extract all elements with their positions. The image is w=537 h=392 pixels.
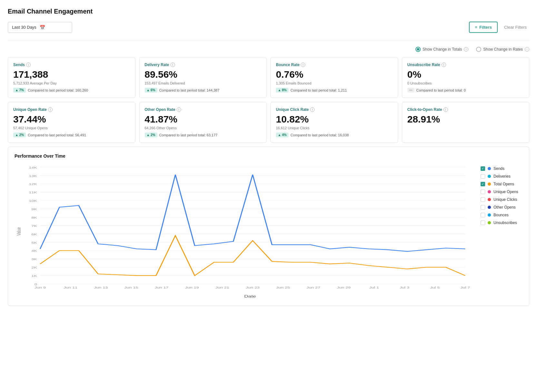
metric-subtitle-bounce_rate: 1,305 Emails Bounced [276,81,393,85]
metric-label-unique_click_rate: Unique Click Rate [276,107,309,112]
legend-checkbox-deliveries[interactable] [481,174,485,179]
svg-text:12K: 12K [29,182,37,186]
legend-checkbox-sends[interactable]: ✓ [481,166,485,171]
legend-item-bounces: Bounces [481,213,522,217]
svg-text:Jun 19: Jun 19 [185,286,199,289]
metric-title-sends: Sendsi [13,63,130,67]
metric-info-icon-unique_open_rate[interactable]: i [48,107,53,112]
performance-chart: 01K2K3K4K5K6K7K8K9K10K11K12K13K14K Jun 9… [15,164,475,299]
metric-card-other_open_rate: Other Open Ratei41.87%64,266 Other Opens… [139,102,267,143]
metric-value-unique_open_rate: 37.44% [13,114,130,125]
metric-subtitle-unique_click_rate: 16,612 Unique Clicks [276,126,393,130]
legend-item-unique_opens: Unique Opens [481,190,522,194]
metric-info-icon-delivery_rate[interactable]: i [171,63,175,67]
metric-title-unique_click_rate: Unique Click Ratei [276,107,393,112]
filter-icon: ≡ [475,25,477,30]
metric-value-unsubscribe_rate: 0% [407,69,524,80]
filters-button[interactable]: ≡ Filters [469,22,498,33]
metric-label-unique_open_rate: Unique Open Rate [13,107,47,112]
chart-section: Performance Over Time 01K2K3K4K5K6K7K8K9… [8,147,529,306]
legend-checkbox-unique_opens[interactable] [481,190,485,194]
legend-checkbox-bounces[interactable] [481,213,485,217]
toolbar-right: ≡ Filters Clear Filters [469,22,529,33]
legend-label-sends: Sends [493,166,504,171]
metrics-row-1: Sendsi171,3885,712,933 Average Per Day▲ … [8,57,529,98]
svg-text:Jun 15: Jun 15 [124,286,138,289]
legend-label-unique_clicks: Unique Clicks [493,197,517,202]
metric-change-other_open_rate: ▲ 2%Compared to last period total: 63,17… [145,132,261,137]
metric-subtitle-other_open_rate: 64,266 Other Opens [145,126,261,130]
rates-radio[interactable] [476,47,481,52]
svg-text:11K: 11K [29,191,37,194]
svg-text:Jun 17: Jun 17 [155,286,169,289]
metric-badge-unique_click_rate: ▲ 4% [276,132,288,137]
svg-text:Jun 29: Jun 29 [337,286,351,289]
svg-text:5K: 5K [31,241,37,244]
clear-filters-button[interactable]: Clear Filters [502,22,529,32]
show-change-rates-option[interactable]: Show Change in Rates i [476,47,529,52]
legend-checkbox-unsubscribes[interactable] [481,220,485,225]
metric-badge-sends: ▲ 7% [13,88,26,93]
legend-dot-total_opens [488,182,491,186]
metric-info-icon-bounce_rate[interactable]: i [301,63,305,67]
metric-change-delivery_rate: ▲ 6%Compared to last period total: 144,3… [145,88,261,93]
svg-text:Jul 3: Jul 3 [400,286,409,289]
metric-info-icon-unsubscribe_rate[interactable]: i [442,63,446,67]
legend-checkbox-other_opens[interactable] [481,205,485,210]
metric-change-unique_click_rate: ▲ 4%Compared to last period total: 16,03… [276,132,393,137]
date-filter-label: Last 30 Days [12,25,36,30]
metric-subtitle-delivery_rate: 153,497 Emails Delivered [145,81,261,85]
legend-checkbox-total_opens[interactable]: ✓ [481,182,485,186]
chart-area: 01K2K3K4K5K6K7K8K9K10K11K12K13K14K Jun 9… [15,164,522,299]
metric-info-icon-unique_click_rate[interactable]: i [310,107,315,112]
svg-text:3K: 3K [31,258,37,261]
metric-compare-sends: Compared to last period total: 160,260 [28,88,88,92]
metric-info-icon-other_open_rate[interactable]: i [177,107,181,112]
metric-badge-unsubscribe_rate: — [407,88,415,93]
svg-text:Jun 9: Jun 9 [34,286,46,289]
metric-compare-unique_open_rate: Compared to last period total: 56,491 [28,133,86,137]
show-change-totals-option[interactable]: Show Change in Totals i [415,47,469,52]
chart-legend: ✓SendsDeliveries✓Total OpensUnique Opens… [481,164,522,299]
metric-badge-other_open_rate: ▲ 2% [145,132,157,137]
metric-card-unique_click_rate: Unique Click Ratei10.82%16,612 Unique Cl… [270,102,398,143]
metric-value-bounce_rate: 0.76% [276,69,393,80]
metric-info-icon-click_to_open_rate[interactable]: i [444,107,448,112]
legend-label-other_opens: Other Opens [493,205,516,210]
svg-text:9K: 9K [31,207,37,211]
totals-label: Show Change in Totals [423,47,462,52]
metric-subtitle-sends: 5,712,933 Average Per Day [13,81,130,85]
legend-item-unique_clicks: Unique Clicks [481,197,522,202]
chart-container: 01K2K3K4K5K6K7K8K9K10K11K12K13K14K Jun 9… [15,164,475,299]
toggle-row: Show Change in Totals i Show Change in R… [8,47,529,52]
totals-radio[interactable] [415,47,421,52]
metric-change-unique_open_rate: ▲ 2%Compared to last period total: 56,49… [13,132,130,137]
metric-badge-bounce_rate: ▲ 8% [276,88,288,93]
legend-label-bounces: Bounces [493,213,509,217]
metric-info-icon-sends[interactable]: i [26,63,31,67]
metric-compare-unsubscribe_rate: Compared to last period total: 0 [416,88,466,92]
legend-dot-sends [488,167,491,170]
legend-checkbox-unique_clicks[interactable] [481,197,485,202]
metric-value-delivery_rate: 89.56% [145,69,261,80]
legend-item-unsubscribes: Unsubscribes [481,220,522,225]
legend-dot-unique_clicks [488,198,491,201]
metric-subtitle-unique_open_rate: 57,462 Unique Opens [13,126,130,130]
legend-item-total_opens: ✓Total Opens [481,182,522,186]
metric-card-unique_open_rate: Unique Open Ratei37.44%57,462 Unique Ope… [8,102,135,143]
metric-badge-delivery_rate: ▲ 6% [145,88,157,93]
svg-text:Jun 27: Jun 27 [307,286,320,289]
metric-title-other_open_rate: Other Open Ratei [145,107,261,112]
metric-card-unsubscribe_rate: Unsubscribe Ratei0%0 Unsubscribes—Compar… [402,57,530,98]
metric-label-click_to_open_rate: Click-to-Open Rate [407,107,442,112]
metric-label-sends: Sends [13,63,25,67]
legend-item-sends: ✓Sends [481,166,522,171]
date-filter[interactable]: Last 30 Days 📅 [8,22,72,33]
rates-info-icon[interactable]: i [525,47,529,52]
metric-title-unique_open_rate: Unique Open Ratei [13,107,130,112]
chart-title: Performance Over Time [15,153,522,159]
calendar-icon: 📅 [40,25,45,30]
totals-info-icon[interactable]: i [464,47,468,52]
legend-label-total_opens: Total Opens [493,182,514,186]
legend-item-other_opens: Other Opens [481,205,522,210]
